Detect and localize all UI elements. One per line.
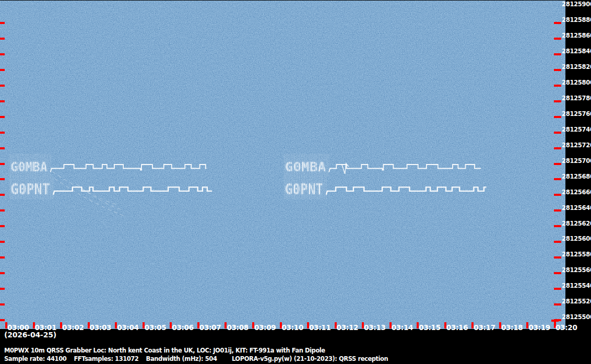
freq-tick-mark	[554, 209, 561, 212]
left-tick-mark	[0, 85, 5, 87]
time-tick-label: 03:18	[501, 323, 523, 332]
freq-tick-mark	[554, 163, 561, 165]
callsign-text: G0PNT	[285, 180, 323, 198]
left-tick-mark	[0, 256, 5, 259]
freq-tick-mark	[554, 241, 561, 243]
freq-tick-mark	[554, 132, 561, 134]
left-tick-mark	[0, 100, 5, 102]
time-tick-label: 03:15	[419, 323, 440, 332]
time-tick-label: 03:19	[528, 323, 550, 332]
freq-tick-label: 28125580	[562, 251, 591, 258]
date-label: (2026-04-25)	[4, 331, 56, 339]
freq-tick-mark	[554, 100, 561, 102]
time-tick-label: 03:14	[392, 323, 413, 332]
qrss-grabber-screen: 2812590028125880281258602812584028125820…	[0, 0, 591, 364]
left-tick-mark	[0, 178, 5, 180]
grabber-info-line: M0PWX 10m QRSS Grabber Loc: North kent C…	[4, 347, 325, 354]
left-tick-mark	[0, 116, 5, 118]
left-tick-mark	[0, 147, 5, 149]
freq-tick-label: 28125760	[562, 110, 591, 118]
freq-tick-mark	[554, 288, 561, 290]
freq-tick-mark	[554, 225, 561, 227]
freq-tick-label: 28125620	[562, 220, 591, 227]
freq-tick-label: 28125560	[562, 266, 591, 274]
time-tick-label: 03:10	[282, 323, 303, 332]
left-tick-mark	[0, 22, 5, 24]
left-tick-mark	[0, 303, 5, 306]
time-tick-label: 03:05	[145, 323, 166, 332]
freq-tick-mark	[554, 53, 561, 55]
left-tick-mark	[0, 194, 5, 196]
time-tick-label: 03:06	[172, 323, 193, 332]
freq-tick-mark	[554, 85, 561, 87]
time-tick-label: 03:11	[309, 323, 330, 332]
time-tick-label: 03:04	[117, 323, 138, 332]
time-tick-label: 03:20	[555, 323, 577, 332]
freq-tick-mark	[554, 147, 561, 149]
left-tick-mark	[0, 53, 5, 55]
time-tick-label: 03:08	[227, 323, 248, 332]
time-tick-label: 03:13	[364, 323, 385, 332]
freq-tick-label: 28125740	[562, 126, 591, 133]
freq-tick-mark	[554, 272, 561, 274]
time-tick-label: 03:12	[337, 323, 358, 332]
left-tick-mark	[0, 225, 5, 227]
freq-tick-label: 28125680	[562, 173, 591, 180]
freq-tick-label: 28125600	[562, 235, 591, 242]
spectrogram-scene: 2812590028125880281258602812584028125820…	[0, 0, 591, 364]
freq-tick-mark	[554, 256, 561, 259]
callsign-text: G0MBA	[285, 159, 326, 174]
left-tick-mark	[0, 272, 5, 274]
time-tick-label: 03:03	[90, 323, 111, 332]
freq-tick-label: 28125860	[562, 32, 591, 39]
freq-tick-mark	[554, 178, 561, 180]
freq-tick-mark	[554, 69, 561, 71]
freq-tick-label: 28125720	[562, 142, 591, 149]
freq-tick-label: 28125660	[562, 189, 591, 196]
left-tick-mark	[0, 132, 5, 134]
callsign-text: G0MBA	[10, 159, 48, 174]
time-tick-label: 03:02	[62, 323, 84, 332]
freq-tick-label: 28125640	[562, 204, 591, 212]
time-tick-label: 03:17	[474, 323, 495, 332]
freq-tick-label: 28125780	[562, 95, 591, 102]
callsign-text: G0PNT	[10, 180, 50, 198]
left-tick-mark	[0, 241, 5, 243]
freq-tick-label: 28125540	[562, 282, 591, 289]
freq-tick-mark	[554, 116, 561, 118]
time-tick-label: 03:16	[446, 323, 468, 332]
freq-tick-label: 28125880	[562, 16, 591, 24]
freq-tick-mark	[554, 194, 561, 196]
freq-tick-label: 28125700	[562, 157, 591, 165]
left-tick-mark	[0, 38, 5, 40]
freq-tick-label: 28125520	[562, 298, 591, 305]
freq-tick-mark	[554, 38, 561, 40]
left-tick-mark	[0, 288, 5, 290]
freq-tick-mark	[554, 22, 561, 24]
left-tick-mark	[0, 163, 5, 165]
settings-info-line: Sample rate: 44100 FFTsamples: 131072 Ba…	[4, 355, 388, 362]
freq-tick-mark	[554, 303, 561, 306]
freq-tick-label: 28125820	[562, 63, 591, 71]
freq-tick-label: 28125500	[562, 313, 591, 321]
left-tick-mark	[0, 209, 5, 212]
freq-tick-label: 28125900	[562, 1, 591, 8]
left-tick-mark	[0, 319, 5, 321]
left-tick-mark	[0, 69, 5, 71]
time-tick-label: 03:07	[199, 323, 221, 332]
freq-tick-label: 28125840	[562, 48, 591, 55]
freq-tick-label: 28125800	[562, 79, 591, 86]
time-tick-label: 03:09	[254, 323, 276, 332]
